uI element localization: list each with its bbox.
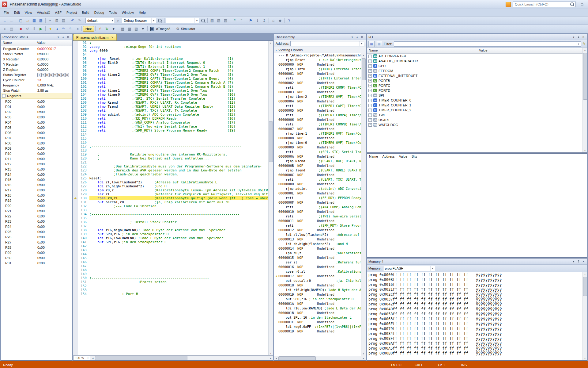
breakpoint-margin[interactable]	[73, 85, 78, 89]
breakpoint-margin[interactable]	[73, 61, 78, 65]
editor-line[interactable]: 125Reset:	[73, 176, 268, 180]
disassembly-line[interactable]: 00000007NOPUndefined	[274, 127, 361, 131]
processor-row-value[interactable]: 0x00000017	[35, 47, 72, 51]
editor-line[interactable]: 106 rjmp Rsend ;(USART, RXC) USART, Rx C…	[73, 101, 268, 105]
disassembly-line[interactable]: 00000008NOPUndefined	[274, 136, 361, 140]
breakpoints-window-icon[interactable]: ●	[2, 26, 8, 32]
io-module-spi[interactable]: +SPSPI	[367, 93, 582, 98]
scroll-left-arrow-icon[interactable]: ◀	[91, 357, 95, 359]
memory-row[interactable]: prog 0x009Aff ff ff ff ff ff ff ff ff ff…	[367, 341, 582, 346]
expand-icon[interactable]: +	[368, 69, 372, 73]
memory-row[interactable]: prog 0x0000ff ff ff ff ff ff ff ff ff ff…	[367, 272, 582, 277]
extension-icon[interactable]: ◆	[277, 17, 283, 24]
close-icon[interactable]: ✕	[581, 260, 586, 263]
editor-line[interactable]: 101 reti ;(TIMER1 COMPA) Timer/Counter1 …	[73, 81, 268, 85]
editor-line[interactable]: 150;------------------------------------…	[73, 276, 268, 280]
breakpoint-margin[interactable]	[73, 144, 78, 148]
breakpoint-margin[interactable]	[73, 200, 78, 204]
editor-line[interactable]: 140 ldi r16,low(RAMEND) ;lade L Byte der…	[73, 236, 268, 240]
window-menu-icon[interactable]: ▾	[56, 36, 60, 39]
expand-icon[interactable]: +	[368, 74, 372, 78]
io-module-twi[interactable]: +TWTWI	[367, 113, 582, 117]
value-column-header[interactable]: Value	[477, 48, 489, 53]
register-value[interactable]: 0x00	[35, 100, 72, 103]
disassembly-line[interactable]: --- D:\Atmeg-Projekte-7\Atmel8\Phasenans…	[274, 53, 361, 58]
editor-line[interactable]: 107 rjmp Tsend ;(USART, UDRE) USART Data…	[73, 105, 268, 109]
io-module-watchdog[interactable]: +WDWATCHDOG	[367, 122, 582, 127]
debug-tool-label[interactable]: ⚙Simulator	[175, 27, 197, 31]
menu-debug[interactable]: Debug	[92, 10, 107, 16]
register-value[interactable]: 0x00	[35, 178, 72, 182]
disassembly-line[interactable]: 0000000FNOPUndefined	[274, 200, 361, 205]
menu-vassistx[interactable]: VAssistX	[34, 10, 52, 16]
scrollbar-thumb[interactable]	[269, 121, 273, 162]
editor-line[interactable]: 118	[73, 148, 268, 152]
disassembly-line[interactable]: 00000011NOPUndefined	[274, 219, 361, 223]
editor-line[interactable]: 152	[73, 284, 268, 288]
breakpoint-margin[interactable]	[73, 53, 78, 57]
registers-group-row[interactable]: -Registers	[1, 93, 72, 99]
breakpoint-margin[interactable]	[73, 252, 78, 256]
editor-line[interactable]: 117;------------------------------------…	[73, 144, 268, 148]
menu-window[interactable]: Window	[119, 10, 136, 16]
breakpoint-margin[interactable]	[73, 172, 78, 176]
chevron-down-icon[interactable]: ▾	[576, 42, 581, 46]
chevron-down-icon[interactable]: ▾	[430, 266, 435, 271]
editor-line[interactable]: 113 reti ;(SPM_RDY) Store Program Memory…	[73, 128, 268, 132]
breakpoint-margin[interactable]	[73, 220, 78, 224]
breakpoint-margin[interactable]	[73, 164, 78, 168]
editor-line[interactable]: 123 ;Bereich des AVR gelesen werden und …	[73, 168, 268, 172]
restart-debugging-icon[interactable]: ↺	[24, 26, 31, 32]
window-menu-icon[interactable]: ▾	[571, 36, 576, 39]
comment-icon[interactable]: ❝	[232, 17, 238, 24]
run-to-cursor-icon[interactable]: ⇥	[74, 26, 80, 32]
breakpoint-margin[interactable]	[73, 128, 78, 132]
register-value[interactable]: 0x00	[35, 199, 72, 202]
register-value[interactable]: 0x00	[35, 246, 72, 249]
breakpoint-margin[interactable]	[73, 192, 78, 196]
io-module-timer_counter_1[interactable]: +T1TIMER_COUNTER_1	[367, 103, 582, 108]
collapse-icon[interactable]: -	[2, 94, 6, 98]
scroll-down-arrow-icon[interactable]: ▼	[269, 351, 273, 355]
io-module-analog_comparator[interactable]: +ACANALOG_COMPARATOR	[367, 59, 582, 63]
disassembly-line[interactable]: 00000004NOPUndefined	[274, 99, 361, 104]
disassembly-line[interactable]: 00000013NOPUndefined	[274, 237, 361, 242]
find-in-files-icon[interactable]	[200, 17, 206, 24]
chevron-down-icon[interactable]: ▾	[110, 18, 115, 23]
scrollbar-thumb[interactable]	[278, 356, 316, 360]
scrollbar-thumb[interactable]	[583, 53, 587, 100]
maximize-icon[interactable]: ▢	[578, 2, 586, 7]
dropdown-arrow-icon[interactable]: ▾	[140, 26, 146, 32]
disassembly-line[interactable]: 00000018NOPUndefined	[274, 283, 361, 288]
navigate-forward-icon[interactable]: →	[8, 17, 15, 24]
disassembly-line[interactable]: 00000009NOPUndefined	[274, 145, 361, 150]
breakpoint-margin[interactable]	[73, 109, 78, 113]
disassembly-line[interactable]: out osccal,r0 ;ja, Chip kalib	[274, 278, 361, 283]
io-module-cpu[interactable]: +CCPU	[367, 63, 582, 68]
menu-tools[interactable]: Tools	[107, 10, 119, 16]
editor-line[interactable]: 103 rjmp timer1 ;(TIMER1 OVF) Timer/Coun…	[73, 89, 268, 93]
editor-line[interactable]: 109 rjmp adcint ;(adcint) ADC Conversion…	[73, 113, 268, 117]
breakpoint-margin[interactable]	[73, 248, 78, 252]
current-statement-arrow-icon[interactable]: ➜	[73, 196, 78, 200]
status-flag-i[interactable]: I	[37, 73, 41, 77]
disassembly-line[interactable]: 0000001CNOPUndefined	[274, 320, 361, 324]
breakpoint-margin[interactable]	[73, 136, 78, 140]
processor-row-value[interactable]: 8,000 MHz	[35, 83, 72, 87]
memory-row[interactable]: prog 0x0063ff ff ff ff ff ff ff ff ff ff…	[367, 316, 582, 321]
edit-filter-icon[interactable]: ✎	[582, 42, 586, 46]
cut-icon[interactable]: ✂	[47, 17, 53, 24]
editor-line[interactable]: 93.org 0000	[73, 49, 268, 53]
editor-line[interactable]: 131 out osccal,r0 ;ja, Chip kalibrieren …	[73, 200, 268, 204]
breakpoint-margin[interactable]	[73, 140, 78, 144]
processor-row-value[interactable]: 0x0000	[35, 57, 72, 61]
disassembly-line[interactable]: cpse r0,zl ;Kalibrationsby	[274, 269, 361, 274]
name-column-header[interactable]: Name	[367, 48, 477, 53]
breakpoint-margin[interactable]	[73, 228, 78, 232]
hex-toggle[interactable]: Hex	[83, 26, 94, 32]
register-value[interactable]: 0x00	[35, 105, 72, 109]
undo-icon[interactable]: ↶	[70, 17, 76, 24]
viewing-options-bar[interactable]: ▾ Viewing Options	[274, 47, 366, 53]
memory-row[interactable]: prog 0x0042ff ff ff ff ff ff ff ff ff ff…	[367, 302, 582, 307]
close-icon[interactable]: ✕	[111, 36, 114, 39]
